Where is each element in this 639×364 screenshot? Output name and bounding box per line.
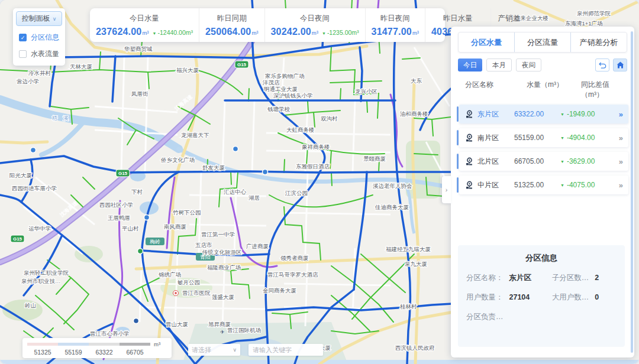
control-panel-button[interactable]: 控制面板 ∨ [16,11,62,26]
home-icon [617,61,624,69]
chevron-double-right-icon[interactable]: » [619,110,623,119]
svg-text:梅岭: 梅岭 [150,239,160,245]
svg-text:晋江第一中学: 晋江第一中学 [201,231,235,238]
panel-collapse-handle[interactable]: › [442,176,451,203]
collapse-right-icon: › [446,186,448,193]
field-label: 分区名称： [466,273,504,283]
down-triangle-icon: ▼ [560,136,564,140]
svg-text:西园社区小学: 西园社区小学 [99,202,133,208]
stat-value: 31477.00 [372,27,412,37]
chevron-double-right-icon[interactable]: » [619,181,623,190]
svg-text:领秀者商厦: 领秀者商厦 [280,255,309,261]
col-diff: 同比差值（m³） [581,80,628,100]
zone-pin-icon [464,181,474,190]
field-label: 大用户数… [552,292,589,303]
svg-text:双沟村: 双沟村 [321,115,338,122]
svg-text:溪边老年人协会: 溪边老年人协会 [373,183,412,189]
chevron-double-right-icon[interactable]: » [619,134,623,142]
control-panel-label: 控制面板 [22,14,50,24]
svg-text:泉州市职业技…: 泉州市职业技… [21,278,61,284]
right-panel: › 分区水量 分区流量 产销差分析 今日 本月 夜间 分区名称 水量（m³） 同… [451,27,634,358]
svg-text:佳迪商务大厦: 佳迪商务大厦 [375,204,409,210]
down-triangle-icon: ▼ [560,112,564,116]
svg-text:华塑商贸城: 华塑商贸城 [124,46,153,52]
tab-nrw-analysis[interactable]: 产销差分析 [570,32,627,52]
down-triangle-icon: ▼ [560,183,564,187]
zone-pin-icon [464,157,474,166]
svg-text:象祥商务楼: 象祥商务楼 [302,144,330,150]
chevron-double-right-icon[interactable]: » [619,157,623,166]
checkbox-unchecked-icon[interactable] [19,50,27,58]
legend-segment-2 [58,343,89,346]
svg-text:G15: G15 [237,62,247,67]
svg-text:西滨镇人民政府: 西滨镇人民政府 [395,344,435,351]
zone-diff: -3629.00 [567,157,613,165]
field-value: 0 [595,293,599,301]
svg-text:G15: G15 [118,171,128,176]
zone-diff: -1949.00 [567,110,613,118]
stat-label: 昨日水量 [443,14,473,24]
stat-value: 30242.00 [271,27,311,37]
layer-label: 水表流量 [31,49,59,59]
zone-pin-icon [464,110,474,119]
control-panel: 控制面板 ∨ ✓ 分区信息 水表流量 [13,8,65,66]
stat-yesterday-same: 昨日同期 250064.00m³ [199,8,264,42]
svg-text:大虹商务楼: 大虹商务楼 [286,126,315,133]
zone-diff: -4075.00 [567,181,613,189]
stat-unit: m³ [412,30,419,36]
panel-tabs: 分区水量 分区流量 产销差分析 [458,32,627,53]
zone-select-dropdown[interactable]: 请选择 ∨ [188,344,240,356]
svg-text:侨乡文化广场: 侨乡文化广场 [160,157,195,163]
legend-value: 51325 [27,349,58,356]
svg-text:敏月公园: 敏月公园 [178,279,200,285]
table-header: 分区名称 水量（m³） 同比差值（m³） [451,74,634,105]
zone-name: 东片区 [477,109,514,119]
home-button[interactable] [613,58,627,72]
svg-text:阳光大厦: 阳光大厦 [9,172,32,178]
undo-icon [599,62,606,69]
table-row-north[interactable]: 北片区 66705.00 ▼ -3629.00 » [459,152,628,171]
stat-diff: -12440.00m³ [157,29,193,36]
stat-value: 250064.00 [205,27,251,37]
stat-value: 237624.00 [96,27,141,37]
svg-text:大东: 大东 [411,77,422,84]
zone-volume: 63322.00 [514,110,560,118]
keyword-search-input[interactable] [248,344,323,356]
zone-volume: 51325.00 [514,181,560,189]
legend-unit: m³ [154,341,160,347]
svg-text:明通工业大厦: 明通工业大厦 [264,86,298,92]
table-row-east[interactable]: 东片区 63322.00 ▼ -1949.00 » [459,105,628,124]
layer-toggle-zone-info[interactable]: ✓ 分区信息 [19,32,60,43]
legend-segment-3 [89,343,120,346]
undo-button[interactable] [595,58,609,72]
subtab-month[interactable]: 本月 [486,58,512,72]
panel-scrollbar[interactable] [631,31,633,353]
svg-text:岭山: 岭山 [25,302,36,308]
svg-text:舒友大厦: 舒友大厦 [202,164,225,171]
svg-text:晋江马哥孛罗大酒店: 晋江马哥孛罗大酒店 [267,271,318,278]
col-zone-name: 分区名称 [465,80,527,100]
checkbox-checked-icon[interactable]: ✓ [19,34,27,41]
tab-zone-flow[interactable]: 分区流量 [514,32,570,52]
tab-zone-volume[interactable]: 分区水量 [459,32,514,52]
subtab-today[interactable]: 今日 [458,58,482,72]
table-row-south[interactable]: 南片区 55159.00 ▼ -4904.00 » [459,128,628,147]
table-row-central[interactable]: 中片区 51325.00 ▼ -4075.00 » [459,176,628,194]
chevron-down-icon: ∨ [53,16,57,22]
down-triangle-icon: ▼ [560,160,564,164]
layer-label: 分区信息 [31,32,59,43]
layer-toggle-meter-flow[interactable]: 水表流量 [19,49,60,59]
legend-value: 66705 [120,349,150,356]
map-legend: m³ 51325 55159 63322 66705 [22,338,172,358]
svg-text:东雅假日酒店: 东雅假日酒店 [296,163,330,170]
svg-text:锦绣广场: 锦绣广场 [159,271,181,278]
field-label: 分区负责… [466,312,504,322]
stat-tonight: 今日夜间 30242.00m³▼-1235.00m³ [264,8,365,42]
field-value: 2 [595,274,599,282]
legend-value: 55159 [58,349,89,356]
stat-last-night: 昨日夜间 31477.00m³ [365,8,425,42]
subtab-night[interactable]: 夜间 [516,58,541,72]
field-value: 东片区 [509,273,532,283]
svg-text:天林大厦: 天林大厦 [70,63,92,70]
svg-text:G15: G15 [13,236,22,242]
